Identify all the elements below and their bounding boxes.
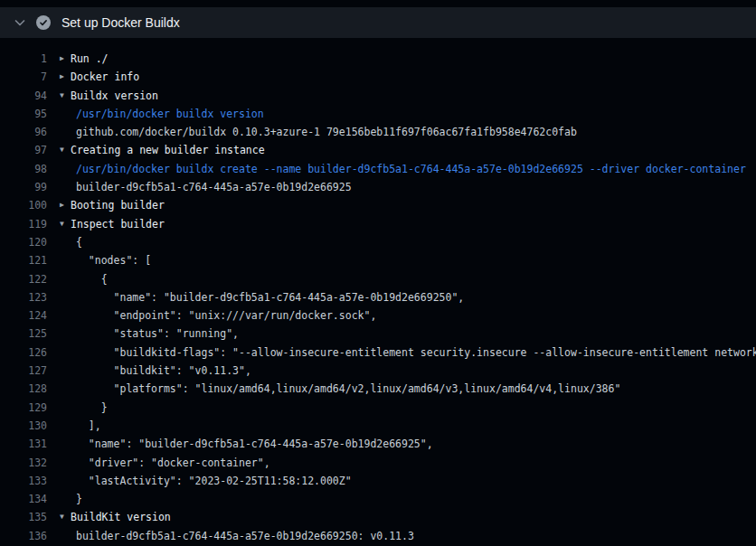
log-group-row[interactable]: 97▼Creating a new builder instance bbox=[0, 141, 756, 159]
line-number[interactable]: 94 bbox=[0, 87, 47, 105]
line-number[interactable]: 122 bbox=[0, 270, 47, 288]
log-line-row: 130 ], bbox=[0, 417, 756, 435]
log-output-text: "nodes": [ bbox=[76, 251, 151, 269]
log-output-text: ], bbox=[76, 417, 101, 435]
caret-expanded-icon[interactable]: ▼ bbox=[60, 87, 71, 105]
log-line-row: 120{ bbox=[0, 233, 756, 251]
log-group-row[interactable]: 119▼Inspect builder bbox=[0, 215, 756, 233]
line-number[interactable]: 124 bbox=[0, 306, 47, 325]
log-output-text: "platforms": "linux/amd64,linux/amd64/v2… bbox=[76, 380, 620, 398]
log-output-text: "buildkit": "v0.11.3", bbox=[76, 362, 251, 380]
log-lines: 1▶Run ./7▶Docker info94▼Buildx version95… bbox=[0, 38, 756, 545]
log-output-text: "buildkitd-flags": "--allow-insecure-ent… bbox=[76, 344, 756, 362]
log-line-row: 124 "endpoint": "unix:///var/run/docker.… bbox=[0, 306, 756, 325]
line-number[interactable]: 130 bbox=[0, 417, 47, 435]
log-line-row: 99builder-d9cfb5a1-c764-445a-a57e-0b19d2… bbox=[0, 178, 756, 196]
log-line-row: 131 "name": "builder-d9cfb5a1-c764-445a-… bbox=[0, 435, 756, 453]
log-command-text: /usr/bin/docker buildx create --name bui… bbox=[76, 160, 746, 178]
log-line-row: 128 "platforms": "linux/amd64,linux/amd6… bbox=[0, 380, 756, 398]
log-output-text: github.com/docker/buildx 0.10.3+azure-1 … bbox=[76, 123, 577, 141]
log-output-text: "status": "running", bbox=[76, 325, 239, 343]
log-group-row[interactable]: 7▶Docker info bbox=[0, 68, 756, 86]
line-number[interactable]: 95 bbox=[0, 105, 47, 123]
log-line-row: 122 { bbox=[0, 270, 756, 288]
group-title: Docker info bbox=[71, 68, 139, 86]
step-header[interactable]: Set up Docker Buildx bbox=[0, 7, 756, 38]
line-number[interactable]: 119 bbox=[0, 215, 47, 233]
line-number[interactable]: 120 bbox=[0, 233, 47, 251]
log-group-row[interactable]: 100▶Booting builder bbox=[0, 196, 756, 214]
log-line-row: 134} bbox=[0, 490, 756, 508]
log-output-text: } bbox=[76, 490, 82, 508]
log-group-row[interactable]: 135▼BuildKit version bbox=[0, 508, 756, 526]
line-number[interactable]: 7 bbox=[0, 68, 47, 86]
line-number[interactable]: 96 bbox=[0, 123, 47, 141]
log-line-row: 136builder-d9cfb5a1-c764-445a-a57e-0b19d… bbox=[0, 527, 756, 545]
log-line-row: 98/usr/bin/docker buildx create --name b… bbox=[0, 160, 756, 178]
log-output-text: "name": "builder-d9cfb5a1-c764-445a-a57e… bbox=[76, 288, 464, 306]
caret-expanded-icon[interactable]: ▼ bbox=[60, 215, 71, 233]
line-number[interactable]: 134 bbox=[0, 490, 47, 508]
group-title: BuildKit version bbox=[71, 508, 171, 526]
line-number[interactable]: 123 bbox=[0, 288, 47, 306]
log-line-row: 129 } bbox=[0, 399, 756, 417]
caret-collapsed-icon[interactable]: ▶ bbox=[60, 50, 71, 68]
line-number[interactable]: 133 bbox=[0, 472, 47, 490]
caret-expanded-icon[interactable]: ▼ bbox=[60, 508, 71, 526]
log-line-row: 133 "lastActivity": "2023-02-25T11:58:12… bbox=[0, 472, 756, 490]
log-line-row: 96github.com/docker/buildx 0.10.3+azure-… bbox=[0, 123, 756, 141]
line-number[interactable]: 100 bbox=[0, 196, 47, 214]
line-number[interactable]: 129 bbox=[0, 399, 47, 417]
group-title: Inspect builder bbox=[71, 215, 165, 233]
log-line-row: 126 "buildkitd-flags": "--allow-insecure… bbox=[0, 344, 756, 362]
line-number[interactable]: 132 bbox=[0, 454, 47, 472]
group-title: Buildx version bbox=[71, 87, 158, 105]
chevron-down-icon[interactable] bbox=[13, 15, 27, 30]
line-number[interactable]: 126 bbox=[0, 344, 47, 362]
log-output-text: "name": "builder-d9cfb5a1-c764-445a-a57e… bbox=[76, 435, 433, 453]
line-number[interactable]: 1 bbox=[0, 50, 47, 68]
log-output-text: { bbox=[76, 270, 108, 288]
log-command-text: /usr/bin/docker buildx version bbox=[76, 105, 264, 123]
line-number[interactable]: 135 bbox=[0, 508, 47, 526]
caret-collapsed-icon[interactable]: ▶ bbox=[60, 68, 71, 86]
line-number[interactable]: 131 bbox=[0, 435, 47, 453]
caret-expanded-icon[interactable]: ▼ bbox=[60, 141, 71, 159]
line-number[interactable]: 121 bbox=[0, 251, 47, 269]
log-output-text: "driver": "docker-container", bbox=[76, 454, 270, 472]
log-line-row: 121 "nodes": [ bbox=[0, 251, 756, 269]
caret-collapsed-icon[interactable]: ▶ bbox=[60, 196, 71, 214]
log-output-text: { bbox=[76, 233, 82, 251]
log-line-row: 127 "buildkit": "v0.11.3", bbox=[0, 362, 756, 380]
group-title: Creating a new builder instance bbox=[71, 141, 265, 159]
log-line-row: 125 "status": "running", bbox=[0, 325, 756, 343]
log-group-row[interactable]: 1▶Run ./ bbox=[0, 50, 756, 68]
log-line-row: 123 "name": "builder-d9cfb5a1-c764-445a-… bbox=[0, 288, 756, 306]
log-output-text: builder-d9cfb5a1-c764-445a-a57e-0b19d2e6… bbox=[76, 527, 414, 545]
log-line-row: 95/usr/bin/docker buildx version bbox=[0, 105, 756, 123]
log-output-text: } bbox=[76, 399, 108, 417]
line-number[interactable]: 99 bbox=[0, 178, 47, 196]
log-output-text: "endpoint": "unix:///var/run/docker.sock… bbox=[76, 306, 376, 325]
step-title: Set up Docker Buildx bbox=[61, 15, 180, 30]
log-line-row: 132 "driver": "docker-container", bbox=[0, 454, 756, 472]
line-number[interactable]: 127 bbox=[0, 362, 47, 380]
log-output-text: "lastActivity": "2023-02-25T11:58:12.000… bbox=[76, 472, 352, 490]
line-number[interactable]: 125 bbox=[0, 325, 47, 343]
line-number[interactable]: 97 bbox=[0, 141, 47, 159]
line-number[interactable]: 136 bbox=[0, 527, 47, 545]
check-circle-icon bbox=[36, 15, 51, 30]
line-number[interactable]: 128 bbox=[0, 380, 47, 398]
line-number[interactable]: 98 bbox=[0, 160, 47, 178]
log-output-text: builder-d9cfb5a1-c764-445a-a57e-0b19d2e6… bbox=[76, 178, 352, 196]
group-title: Run ./ bbox=[71, 50, 109, 68]
group-title: Booting builder bbox=[71, 196, 165, 214]
log-group-row[interactable]: 94▼Buildx version bbox=[0, 87, 756, 105]
